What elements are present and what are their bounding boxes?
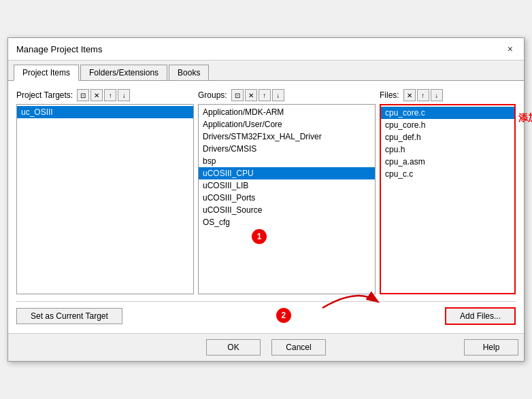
list-item[interactable]: uCOSIII_LIB [199, 179, 375, 192]
groups-delete-btn[interactable]: ✕ [245, 89, 257, 101]
files-delete-btn[interactable]: ✕ [403, 89, 416, 101]
main-content: Project Targets: ⊡ ✕ ↑ ↓ uc_OSIII Groups… [8, 81, 524, 333]
footer: OK Cancel Help [8, 333, 524, 361]
list-item[interactable]: cpu_c.c [381, 168, 514, 180]
footer-inner: OK Cancel Help [14, 339, 518, 355]
list-item[interactable]: cpu_a.asm [381, 156, 514, 168]
targets-up-btn[interactable]: ↑ [104, 89, 116, 101]
tab-folders-extensions[interactable]: Folders/Extensions [80, 65, 167, 80]
list-item[interactable]: OS_cfg [199, 216, 375, 228]
files-list[interactable]: cpu_core.c cpu_core.h cpu_def.h cpu.h cp… [380, 104, 516, 294]
badge-one: 1 [252, 229, 267, 244]
targets-new-btn[interactable]: ⊡ [77, 89, 89, 101]
groups-list[interactable]: Application/MDK-ARM Application/User/Cor… [198, 104, 376, 294]
ok-button[interactable]: OK [206, 339, 261, 355]
targets-header: Project Targets: ⊡ ✕ ↑ ↓ [16, 89, 194, 101]
groups-header: Groups: ⊡ ✕ ↑ ↓ [198, 89, 376, 101]
list-item[interactable]: Application/User/Core [199, 118, 375, 131]
list-item[interactable]: uc_OSIII [17, 106, 193, 118]
set-target-button[interactable]: Set as Current Target [16, 308, 122, 324]
panels-area: Project Targets: ⊡ ✕ ↑ ↓ uc_OSIII Groups… [16, 89, 516, 294]
groups-new-btn[interactable]: ⊡ [231, 89, 244, 101]
footer-buttons-center: OK Cancel [206, 339, 326, 355]
list-item[interactable]: cpu_def.h [381, 131, 514, 143]
list-item[interactable]: Application/MDK-ARM [199, 106, 375, 118]
files-down-btn[interactable]: ↓ [431, 89, 443, 101]
add-files-button[interactable]: Add Files... [445, 307, 516, 325]
list-item[interactable]: Drivers/CMSIS [199, 143, 375, 155]
list-item[interactable]: uCOSIII_Source [199, 204, 375, 216]
annotation-label: 添加完成 [518, 112, 532, 124]
title-bar: Manage Project Items × [8, 38, 524, 60]
help-button[interactable]: Help [464, 339, 518, 355]
list-item[interactable]: cpu_core.h [381, 119, 514, 131]
tab-project-items[interactable]: Project Items [14, 65, 79, 81]
groups-panel: Groups: ⊡ ✕ ↑ ↓ Application/MDK-ARM Appl… [198, 89, 376, 294]
groups-down-btn[interactable]: ↓ [272, 89, 284, 101]
groups-title: Groups: [198, 90, 227, 100]
groups-up-btn[interactable]: ↑ [259, 89, 271, 101]
bottom-action-area: Set as Current Target 2 Add Files... [16, 301, 516, 325]
files-title: Files: [380, 90, 399, 100]
list-item[interactable]: uCOSIII_Ports [199, 192, 375, 204]
arrow-annotation [309, 281, 390, 315]
close-button[interactable]: × [505, 44, 516, 54]
list-item[interactable]: Drivers/STM32F1xx_HAL_Driver [199, 131, 375, 143]
list-item-cpu-core-c[interactable]: cpu_core.c [381, 107, 514, 119]
list-item-ucosiii-cpu[interactable]: uCOSIII_CPU [199, 167, 375, 179]
manage-project-dialog: Manage Project Items × Project Items Fol… [7, 37, 525, 362]
project-targets-panel: Project Targets: ⊡ ✕ ↑ ↓ uc_OSIII [16, 89, 194, 294]
cancel-button[interactable]: Cancel [271, 339, 326, 355]
targets-list[interactable]: uc_OSIII [16, 104, 194, 294]
list-item[interactable]: bsp [199, 155, 375, 167]
files-header: Files: ✕ ↑ ↓ [380, 89, 516, 101]
files-panel: Files: ✕ ↑ ↓ cpu_core.c cpu_core.h cpu_d… [380, 89, 516, 294]
list-item[interactable]: cpu.h [381, 143, 514, 156]
files-up-btn[interactable]: ↑ [417, 89, 429, 101]
targets-down-btn[interactable]: ↓ [118, 89, 130, 101]
tab-bar: Project Items Folders/Extensions Books [8, 60, 524, 81]
targets-title: Project Targets: [16, 90, 73, 100]
badge-two: 2 [276, 308, 291, 323]
tab-books[interactable]: Books [169, 65, 209, 80]
dialog-title: Manage Project Items [16, 44, 102, 54]
targets-delete-btn[interactable]: ✕ [90, 89, 103, 101]
